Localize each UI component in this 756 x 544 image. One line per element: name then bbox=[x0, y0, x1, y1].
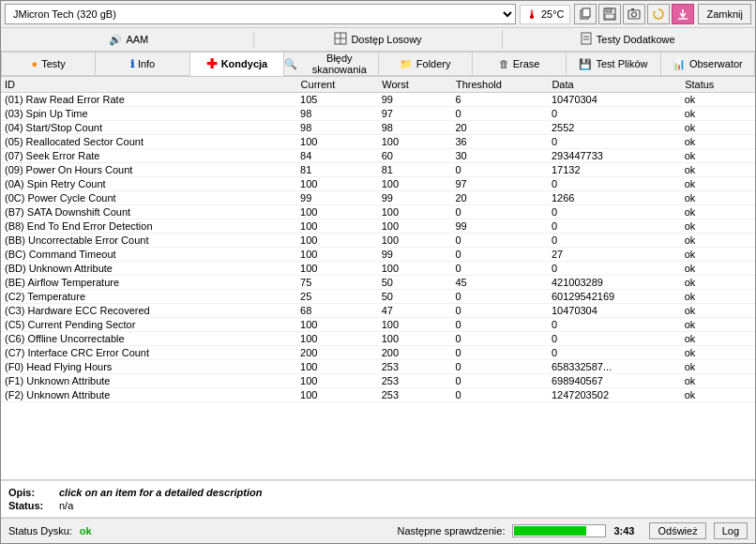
cell-data: 10470304 bbox=[548, 304, 681, 318]
cell-current: 25 bbox=[296, 290, 378, 304]
icon-btn-1[interactable] bbox=[574, 4, 597, 24]
icon-btn-2[interactable] bbox=[598, 4, 621, 24]
cell-worst: 100 bbox=[378, 332, 452, 346]
refresh-button[interactable]: Odśwież bbox=[649, 522, 705, 539]
cell-id: (07) Seek Error Rate bbox=[1, 149, 296, 163]
cell-current: 98 bbox=[296, 121, 378, 135]
cell-threshold: 0 bbox=[452, 107, 548, 121]
table-row[interactable]: (F1) Unknown Attribute 100 253 0 6989405… bbox=[1, 374, 755, 388]
cell-threshold: 0 bbox=[452, 318, 548, 332]
drive-select[interactable]: JMicron Tech (320 gB) bbox=[5, 4, 516, 24]
cell-id: (BD) Unknown Attribute bbox=[1, 262, 296, 276]
table-row[interactable]: (C2) Temperature 25 50 0 60129542169 ok bbox=[1, 290, 755, 304]
cell-id: (03) Spin Up Time bbox=[1, 107, 296, 121]
cell-status: ok bbox=[681, 163, 755, 177]
smart-table: ID Current Worst Threshold Data Status (… bbox=[1, 77, 755, 402]
cell-status: ok bbox=[681, 107, 755, 121]
cell-worst: 100 bbox=[378, 262, 452, 276]
svg-rect-5 bbox=[628, 10, 640, 19]
table-row[interactable]: (C7) Interface CRC Error Count 200 200 0… bbox=[1, 346, 755, 360]
cell-data: 0 bbox=[548, 107, 681, 121]
table-row[interactable]: (F2) Unknown Attribute 100 253 0 1247203… bbox=[1, 388, 755, 402]
table-row[interactable]: (BB) Uncorrectable Error Count 100 100 0… bbox=[1, 234, 755, 248]
cell-status: ok bbox=[681, 332, 755, 346]
tab-obserwator[interactable]: 📊 Obserwator bbox=[660, 52, 755, 76]
table-row[interactable]: (B7) SATA Downshift Count 100 100 0 0 ok bbox=[1, 205, 755, 219]
opis-label: Opis: bbox=[8, 487, 55, 498]
tab-erase[interactable]: 🗑 Erase bbox=[472, 52, 566, 76]
testy-dodatkowe-label: Testy Dodatkowe bbox=[597, 34, 675, 45]
close-button[interactable]: Zamknij bbox=[698, 4, 751, 24]
cell-data: 0 bbox=[548, 135, 681, 149]
cell-data: 0 bbox=[548, 346, 681, 360]
cell-data: 0 bbox=[548, 332, 681, 346]
cell-threshold: 20 bbox=[452, 191, 548, 205]
cell-status: ok bbox=[681, 135, 755, 149]
table-row[interactable]: (03) Spin Up Time 98 97 0 0 ok bbox=[1, 107, 755, 121]
status-value: n/a bbox=[59, 500, 73, 511]
cell-worst: 99 bbox=[378, 93, 452, 107]
cell-worst: 253 bbox=[378, 374, 452, 388]
tab-test-plikow[interactable]: 💾 Test Plików bbox=[566, 52, 659, 76]
tab-kondycja[interactable]: ✚ Kondycja bbox=[189, 52, 283, 76]
cell-current: 100 bbox=[296, 262, 378, 276]
table-row[interactable]: (0A) Spin Retry Count 100 100 97 0 ok bbox=[1, 177, 755, 191]
table-row[interactable]: (09) Power On Hours Count 81 81 0 17132 … bbox=[1, 163, 755, 177]
cell-current: 100 bbox=[296, 332, 378, 346]
cell-id: (0C) Power Cycle Count bbox=[1, 191, 296, 205]
cell-current: 84 bbox=[296, 149, 378, 163]
col-header-current: Current bbox=[296, 77, 378, 93]
table-row[interactable]: (07) Seek Error Rate 84 60 30 293447733 … bbox=[1, 149, 755, 163]
cell-threshold: 20 bbox=[452, 121, 548, 135]
cell-status: ok bbox=[681, 121, 755, 135]
description-area: Opis: click on an item for a detailed de… bbox=[1, 480, 755, 518]
cell-id: (09) Power On Hours Count bbox=[1, 163, 296, 177]
table-row[interactable]: (04) Start/Stop Count 98 98 20 2552 ok bbox=[1, 121, 755, 135]
cell-current: 100 bbox=[296, 177, 378, 191]
cell-threshold: 99 bbox=[452, 219, 548, 234]
table-row[interactable]: (BD) Unknown Attribute 100 100 0 0 ok bbox=[1, 262, 755, 276]
tab-bledy[interactable]: 🔍 Błędy skanowania bbox=[283, 52, 377, 76]
table-row[interactable]: (BC) Command Timeout 100 99 0 27 ok bbox=[1, 248, 755, 262]
cell-data: 293447733 bbox=[548, 149, 681, 163]
cell-id: (B8) End To End Error Detection bbox=[1, 219, 296, 234]
table-row[interactable]: (C5) Current Pending Sector 100 100 0 0 … bbox=[1, 318, 755, 332]
icon-btn-camera[interactable] bbox=[623, 4, 645, 24]
testy-dodatkowe-section[interactable]: Testy Dodatkowe bbox=[503, 30, 751, 49]
status-bar: Status Dysku: ok Następne sprawdzenie: 3… bbox=[1, 518, 755, 543]
status-ok-value: ok bbox=[80, 525, 92, 536]
table-row[interactable]: (0C) Power Cycle Count 99 99 20 1266 ok bbox=[1, 191, 755, 205]
temperature-badge: 🌡 25°C bbox=[520, 5, 571, 24]
svg-marker-8 bbox=[653, 11, 656, 14]
cell-data: 0 bbox=[548, 219, 681, 234]
cell-current: 99 bbox=[296, 191, 378, 205]
cell-current: 100 bbox=[296, 318, 378, 332]
smart-table-container[interactable]: ID Current Worst Threshold Data Status (… bbox=[1, 77, 755, 480]
icon-btn-download[interactable] bbox=[672, 4, 694, 24]
table-row[interactable]: (F0) Head Flying Hours 100 253 0 6583325… bbox=[1, 360, 755, 374]
icon-btn-refresh[interactable] bbox=[647, 4, 670, 24]
cell-worst: 50 bbox=[378, 290, 452, 304]
table-row[interactable]: (B8) End To End Error Detection 100 100 … bbox=[1, 219, 755, 234]
cell-id: (BB) Uncorrectable Error Count bbox=[1, 234, 296, 248]
table-row[interactable]: (05) Reallocated Sector Count 100 100 36… bbox=[1, 135, 755, 149]
chart-icon: 📊 bbox=[673, 58, 686, 70]
table-row[interactable]: (01) Raw Read Error Rate 105 99 6 104703… bbox=[1, 93, 755, 107]
table-row[interactable]: (C6) Offline Uncorrectable 100 100 0 0 o… bbox=[1, 332, 755, 346]
cell-id: (04) Start/Stop Count bbox=[1, 121, 296, 135]
cell-status: ok bbox=[681, 149, 755, 163]
aam-section[interactable]: 🔊 AAM bbox=[5, 32, 254, 48]
cell-status: ok bbox=[681, 177, 755, 191]
tab-info[interactable]: ℹ Info bbox=[95, 52, 189, 76]
cell-threshold: 0 bbox=[452, 346, 548, 360]
cell-current: 100 bbox=[296, 205, 378, 219]
cell-status: ok bbox=[681, 374, 755, 388]
trash-icon: 🗑 bbox=[499, 58, 509, 69]
log-button[interactable]: Log bbox=[714, 522, 748, 539]
table-row[interactable]: (C3) Hardware ECC Recovered 68 47 0 1047… bbox=[1, 304, 755, 318]
cell-status: ok bbox=[681, 388, 755, 402]
dostep-section[interactable]: Dostęp Losowy bbox=[254, 30, 504, 49]
table-row[interactable]: (BE) Airflow Temperature 75 50 45 421003… bbox=[1, 276, 755, 290]
tab-foldery[interactable]: 📁 Foldery bbox=[378, 52, 472, 76]
tab-testy[interactable]: ● Testy bbox=[1, 52, 95, 76]
